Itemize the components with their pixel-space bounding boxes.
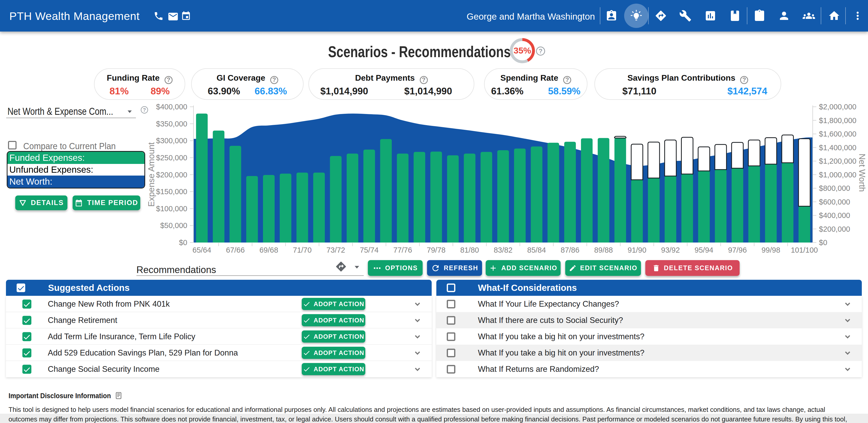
svg-text:$150,000: $150,000 xyxy=(156,188,187,196)
svg-text:73/72: 73/72 xyxy=(326,246,345,254)
svg-text:71/70: 71/70 xyxy=(293,246,312,254)
svg-text:$200,000: $200,000 xyxy=(819,225,850,233)
svg-text:75/74: 75/74 xyxy=(360,246,379,254)
svg-text:99/98: 99/98 xyxy=(762,246,780,254)
svg-text:69/68: 69/68 xyxy=(259,246,278,254)
svg-text:$1,000,000: $1,000,000 xyxy=(819,171,857,179)
svg-text:$0: $0 xyxy=(179,238,187,247)
svg-text:85/84: 85/84 xyxy=(527,246,546,254)
svg-text:87/86: 87/86 xyxy=(561,246,580,254)
svg-text:$1,200,000: $1,200,000 xyxy=(819,157,857,165)
svg-text:65/64: 65/64 xyxy=(192,246,211,254)
svg-text:101/100: 101/100 xyxy=(791,246,818,254)
svg-text:Expense Amount: Expense Amount xyxy=(147,142,156,207)
svg-text:$1,600,000: $1,600,000 xyxy=(819,130,857,138)
svg-text:$200,000: $200,000 xyxy=(156,171,187,179)
svg-text:$400,000: $400,000 xyxy=(819,211,850,220)
svg-text:$300,000: $300,000 xyxy=(156,137,187,145)
svg-text:$0: $0 xyxy=(819,238,827,247)
svg-text:83/82: 83/82 xyxy=(494,246,513,254)
svg-text:$350,000: $350,000 xyxy=(156,120,187,128)
svg-text:$600,000: $600,000 xyxy=(819,198,850,206)
svg-text:91/90: 91/90 xyxy=(628,246,647,254)
svg-text:$400,000: $400,000 xyxy=(156,103,187,111)
svg-text:95/94: 95/94 xyxy=(695,246,714,254)
svg-text:$800,000: $800,000 xyxy=(819,184,850,192)
svg-text:97/96: 97/96 xyxy=(728,246,747,254)
svg-text:77/76: 77/76 xyxy=(394,246,412,254)
svg-text:$2,000,000: $2,000,000 xyxy=(819,103,857,111)
svg-text:$1,800,000: $1,800,000 xyxy=(819,116,857,124)
svg-text:Net Worth: Net Worth xyxy=(858,153,867,192)
svg-text:$100,000: $100,000 xyxy=(156,204,187,213)
svg-text:93/92: 93/92 xyxy=(661,246,680,254)
svg-text:81/80: 81/80 xyxy=(460,246,479,254)
svg-text:89/88: 89/88 xyxy=(594,246,613,254)
svg-text:$1,400,000: $1,400,000 xyxy=(819,143,857,152)
svg-text:67/66: 67/66 xyxy=(226,246,245,254)
svg-text:$250,000: $250,000 xyxy=(156,153,187,162)
svg-text:79/78: 79/78 xyxy=(427,246,445,254)
svg-text:$50,000: $50,000 xyxy=(160,221,187,230)
